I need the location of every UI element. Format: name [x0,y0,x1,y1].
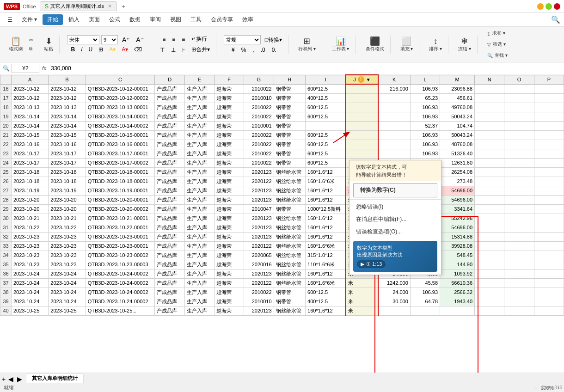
cell[interactable]: 钢丝给水管 [274,269,306,278]
number-format-select[interactable]: 常规 [224,35,261,44]
cell[interactable]: 54696.00 [440,223,475,232]
cell[interactable]: 2023-10-18 [49,177,86,186]
cell[interactable]: QTB3D-2023-10-17-00001 [86,149,155,158]
cell[interactable]: 2023-10-21 [49,214,86,223]
cell[interactable]: 2023-10-24 [49,278,86,288]
cell[interactable]: 2023-10-23 [12,251,49,260]
cell[interactable] [475,260,504,269]
cell[interactable] [378,112,411,121]
cell[interactable]: 56610.36 [440,278,475,288]
cell[interactable]: 23096.88 [440,84,475,93]
cell[interactable] [534,186,564,195]
cell[interactable] [440,306,475,315]
cell[interactable]: QTB3D-2023-10-22-00001 [86,223,155,232]
cell[interactable] [475,149,504,158]
cell[interactable] [534,232,564,241]
italic-button[interactable]: I [79,45,85,54]
cell[interactable]: 106.93 [410,288,440,297]
cell[interactable]: 106.93 [410,130,440,140]
cell[interactable]: 54696.00 [440,186,475,195]
close-button[interactable] [554,3,560,10]
cell[interactable]: 钢带管 [274,288,306,297]
menu-hamburger[interactable]: ☰ [4,15,16,25]
freeze-button[interactable]: ❄ 冻结 ▾ [456,36,473,54]
cell[interactable]: 2023-10-24 [12,278,49,288]
cell[interactable]: 2023-10-17 [49,149,86,158]
cell[interactable]: QTB3D-2023-10-23-00001 [86,241,155,251]
video-thumbnail[interactable]: 数字为文本类型出现原因及解决方法 ▶ ① 1:13 [353,241,437,272]
cell[interactable]: 2023-10-16 [49,140,86,149]
align-bottom-button[interactable]: ⊦ [180,46,187,54]
cell[interactable]: 65.23 [410,93,440,103]
cell[interactable]: 26254.08 [440,167,475,177]
cell[interactable] [504,278,534,288]
cell[interactable]: 生产入库 [184,288,214,297]
cell[interactable] [378,130,411,140]
font-family-select[interactable]: 宋体 [67,35,99,44]
cell[interactable]: 600*12.5 [306,112,346,121]
cell[interactable] [534,93,564,103]
col-header-a[interactable]: A [12,75,49,84]
col-header-h[interactable]: H [274,75,306,84]
cell[interactable]: 2010010 [244,297,274,306]
cell[interactable] [534,297,564,306]
cell[interactable]: 64.78 [410,297,440,306]
cell[interactable]: 2023-10-16 [12,140,49,149]
error-check-options-item[interactable]: 错误检查选项(O)... [349,226,441,238]
cell[interactable]: 产成品库 [155,167,184,177]
cell[interactable]: 钢带管 [274,130,306,140]
cell[interactable]: 144.90 [440,260,475,269]
grid-container[interactable]: A B C D E F G H I J ! ▼ [0,74,564,373]
cell[interactable]: 2010022 [244,84,274,93]
cell[interactable]: 2023-10-23 [12,260,49,269]
cell[interactable] [475,158,504,167]
cell[interactable]: 2023-10-25 [49,306,86,315]
cell[interactable] [475,204,504,214]
cell[interactable]: 钢带管 [274,149,306,158]
cell[interactable]: 钢丝给水管 [274,195,306,204]
cell[interactable]: 钢丝给水管 [274,260,306,269]
cell[interactable]: 600*12.5 [306,130,346,140]
col-header-e[interactable]: E [184,75,214,84]
cell[interactable]: 2023-10-22 [49,223,86,232]
cell[interactable]: QTB3D-2023-10-18-00001 [86,167,155,177]
currency-button[interactable]: ¥ [229,46,237,54]
cell[interactable]: 2023-10-24 [49,297,86,306]
font-size-select[interactable]: 9 [101,35,118,44]
cell[interactable] [534,149,564,158]
cell[interactable]: 赵海荣 [215,158,244,167]
sheet-nav-right[interactable]: ▶ [17,375,22,383]
cell[interactable]: 产成品库 [155,93,184,103]
cell[interactable]: QTB3D-2023-10-19-00001 [86,186,155,195]
cell[interactable]: QTB3D-2023-10-24-00002 [86,269,155,278]
cell[interactable]: 2020065 [244,251,274,260]
cell[interactable]: 赵海荣 [215,269,244,278]
add-sheet-button[interactable]: + [2,375,6,383]
cell[interactable]: 米 [346,297,378,306]
cell[interactable] [475,112,504,121]
cell[interactable] [504,186,534,195]
cell[interactable]: 160*1.6*12 [306,223,346,232]
cell[interactable] [475,241,504,251]
cell[interactable] [534,204,564,214]
cell[interactable] [475,214,504,223]
cell[interactable]: 106.93 [410,112,440,121]
cell[interactable]: QTB3D-2023-10-12-00001 [86,84,155,93]
cell[interactable]: 产成品库 [155,149,184,158]
cell[interactable]: QTB3D-2023-10-17-00002 [86,158,155,167]
cell[interactable]: 30.000 [378,297,411,306]
cell[interactable]: 赵海荣 [215,140,244,149]
cell[interactable]: 160*1.6*12 [306,186,346,195]
cell[interactable] [475,140,504,149]
cell[interactable]: 2010022 [244,158,274,167]
cell[interactable]: 2023-10-24 [49,269,86,278]
cell[interactable] [504,306,534,315]
clear-button[interactable]: ⌫ [132,45,144,54]
cell[interactable] [504,140,534,149]
align-left-button[interactable]: ≡ [160,35,168,43]
cell[interactable]: 钢带管 [274,112,306,121]
cell[interactable] [475,177,504,186]
cell[interactable] [534,223,564,232]
cell[interactable]: 2023-10-12 [49,84,86,93]
border-button[interactable]: ⊞ [96,45,105,54]
